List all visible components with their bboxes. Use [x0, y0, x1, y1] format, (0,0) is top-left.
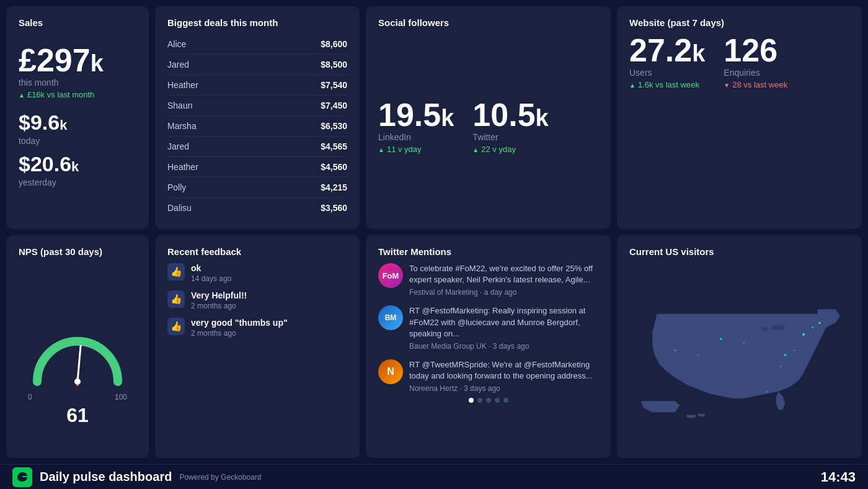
enquiries-down-icon	[724, 80, 730, 89]
website-title: Website (past 7 days)	[629, 17, 849, 28]
footer: Daily pulse dashboard Powered by Geckobo…	[0, 464, 868, 489]
map-title: Current US visitors	[629, 246, 849, 257]
linkedin-change: 11 v yday	[378, 145, 454, 154]
svg-line-0	[78, 346, 81, 382]
footer-app-title: Daily pulse dashboard	[40, 470, 172, 484]
deals-title: Biggest deals this month	[167, 17, 347, 28]
sales-today: $9.6k today	[19, 110, 136, 148]
carousel-dots	[378, 398, 598, 403]
list-item: 👍 ok 14 days ago	[167, 263, 347, 283]
tweet-text: RT @FestofMarketing: Really inspiring se…	[409, 305, 598, 339]
deals-list: Alice$8,600 Jared$8,500 Heather$7,540 Sh…	[167, 34, 347, 218]
social-card: Social followers 19.5k LinkedIn 11 v yda…	[366, 6, 611, 229]
sales-title: Sales	[19, 17, 136, 28]
svg-point-7	[780, 366, 782, 367]
tweet-text: To celebrate #FoM22, we're excited to of…	[409, 263, 598, 285]
logo-icon	[16, 471, 29, 483]
gauge-wrap: 0 100 61	[28, 332, 127, 385]
feedback-time: 14 days ago	[191, 274, 231, 283]
svg-point-3	[812, 326, 813, 328]
us-map-svg	[629, 263, 849, 447]
svg-point-14	[761, 327, 768, 331]
svg-point-8	[743, 343, 745, 344]
twitter-card: Twitter Mentions FoM To celebrate #FoM22…	[366, 235, 611, 458]
tweet-source: Festival of Marketing · a day ago	[409, 288, 598, 297]
svg-point-11	[674, 349, 676, 351]
thumbs-up-icon: 👍	[167, 290, 185, 308]
tweet-content: RT @TweetMRSpride: We're at @FestofMarke…	[409, 359, 598, 393]
sales-this-month: this month	[19, 78, 136, 87]
website-metrics: 27.2k Users 1.6k vs last week 126 Enquir…	[629, 34, 849, 218]
gauge-max: 100	[115, 393, 127, 402]
avatar: FoM	[378, 263, 403, 288]
svg-point-1	[74, 379, 81, 385]
sales-main-value: £297k	[19, 44, 136, 76]
avatar: N	[378, 359, 403, 384]
table-row: Jared$4,565	[167, 137, 347, 157]
dot-5[interactable]	[503, 398, 508, 403]
linkedin-up-icon	[378, 145, 384, 154]
dot-3[interactable]	[486, 398, 491, 403]
list-item: BM RT @FestofMarketing: Really inspiring…	[378, 305, 598, 351]
tweet-list: FoM To celebrate #FoM22, we're excited t…	[378, 263, 598, 393]
twitter-change: 22 v yday	[472, 145, 548, 154]
footer-powered-by: Powered by Geckoboard	[179, 473, 261, 482]
sales-card: Sales £297k this month £16k vs last mont…	[6, 6, 149, 229]
enquiries-change: 28 vs last week	[724, 80, 787, 89]
svg-point-10	[697, 354, 699, 356]
twitter-up-icon	[472, 145, 479, 154]
table-row: Jared$8,500	[167, 55, 347, 75]
avatar: BM	[378, 305, 403, 330]
gauge-svg	[28, 332, 127, 388]
svg-point-9	[720, 338, 722, 340]
map-container	[629, 263, 849, 447]
sales-vs-last-month: £16k vs last month	[19, 90, 136, 99]
sales-up-icon	[19, 90, 25, 99]
table-row: Marsha$6,530	[167, 116, 347, 137]
table-row: Polly$4,215	[167, 177, 347, 198]
nps-card: NPS (past 30 days) 0 100	[6, 235, 149, 458]
tweet-source: Noreena Hertz · 3 days ago	[409, 384, 598, 393]
feedback-text: Very Helpful!!	[191, 290, 247, 300]
website-card: Website (past 7 days) 27.2k Users 1.6k v…	[617, 6, 862, 229]
nps-score: 61	[28, 404, 127, 427]
feedback-list: 👍 ok 14 days ago 👍 Very Helpful!! 2 mont…	[167, 263, 347, 338]
linkedin-metric: 19.5k LinkedIn 11 v yday	[378, 99, 454, 154]
feedback-title: Recent feedback	[167, 246, 347, 257]
list-item: FoM To celebrate #FoM22, we're excited t…	[378, 263, 598, 297]
table-row: Dalisu$3,560	[167, 198, 347, 218]
social-metrics: 19.5k LinkedIn 11 v yday 10.5k Twitter 2…	[378, 34, 598, 218]
svg-point-12	[766, 391, 768, 393]
feedback-content: ok 14 days ago	[191, 263, 231, 283]
svg-point-15	[20, 476, 22, 478]
footer-left: Daily pulse dashboard Powered by Geckobo…	[12, 467, 261, 487]
table-row: Heather$7,540	[167, 75, 347, 96]
svg-point-5	[794, 349, 795, 351]
feedback-text: ok	[191, 263, 231, 273]
sales-yesterday: $20.6k yesterday	[19, 152, 136, 190]
dot-1[interactable]	[469, 398, 474, 403]
geckoboard-logo	[12, 467, 32, 487]
feedback-content: Very Helpful!! 2 months ago	[191, 290, 247, 310]
tweet-source: Bauer Media Group UK · 3 days ago	[409, 342, 598, 351]
thumbs-up-icon: 👍	[167, 318, 185, 335]
deals-card: Biggest deals this month Alice$8,600 Jar…	[155, 6, 360, 229]
twitter-metric: 10.5k Twitter 22 v yday	[472, 99, 548, 154]
sales-secondary-metrics: $9.6k today $20.6k yesterday	[19, 110, 136, 190]
gauge-min: 0	[28, 393, 32, 402]
svg-point-2	[818, 321, 821, 324]
tweet-content: RT @FestofMarketing: Really inspiring se…	[409, 305, 598, 351]
svg-point-6	[784, 354, 787, 356]
tweet-text: RT @TweetMRSpride: We're at @FestofMarke…	[409, 359, 598, 382]
feedback-text: very good "thumbs up"	[191, 318, 288, 328]
table-row: Shaun$7,450	[167, 96, 347, 116]
users-up-icon	[629, 80, 636, 89]
nps-title: NPS (past 30 days)	[19, 246, 136, 257]
feedback-card: Recent feedback 👍 ok 14 days ago 👍 Very …	[155, 235, 360, 458]
table-row: Alice$8,600	[167, 34, 347, 55]
social-title: Social followers	[378, 17, 598, 28]
dot-4[interactable]	[495, 398, 500, 403]
dot-2[interactable]	[477, 398, 482, 403]
list-item: N RT @TweetMRSpride: We're at @FestofMar…	[378, 359, 598, 393]
feedback-content: very good "thumbs up" 2 months ago	[191, 318, 288, 338]
